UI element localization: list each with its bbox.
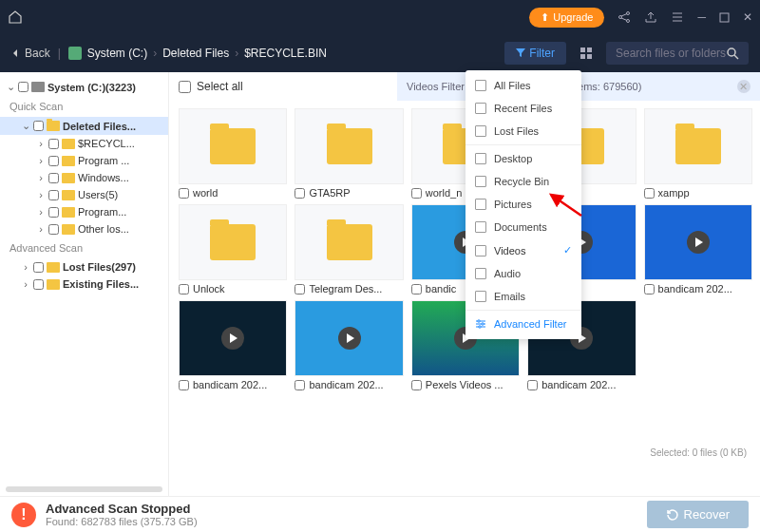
item-checkbox[interactable] [411,284,422,294]
item-checkbox[interactable] [179,380,189,390]
filter-button[interactable]: Filter [504,42,566,65]
dd-all-files[interactable]: All Files [466,74,581,97]
export-icon[interactable] [644,10,657,24]
file-item[interactable]: bandicam 202... [644,204,752,294]
dd-recycle[interactable]: Recycle Bin [466,170,581,193]
file-item[interactable]: bandicam 202... [294,300,403,390]
divider: | [58,47,61,60]
tree-item[interactable]: ›Program ... [0,152,168,169]
menu-icon[interactable] [671,10,684,24]
dd-lost[interactable]: Lost Files [466,120,581,142]
dd-desktop[interactable]: Desktop [466,147,581,170]
dd-documents[interactable]: Documents [466,216,581,238]
tree-existing[interactable]: ›Existing Files... [0,276,168,293]
breadcrumb[interactable]: System (C:)› Deleted Files› $RECYCLE.BIN [68,47,327,60]
tree-root[interactable]: ⌄System (C:)(3223) [0,78,168,96]
upgrade-button[interactable]: ⬆ Upgrade [529,8,604,28]
svg-rect-5 [587,48,592,52]
svg-point-10 [482,323,484,325]
svg-rect-4 [580,48,585,52]
item-label: Unlock [193,283,225,294]
item-label: bandicam 202... [193,379,267,390]
item-checkbox[interactable] [411,188,422,199]
dd-audio[interactable]: Audio [466,262,581,285]
search-input[interactable]: Search files or folders [606,42,749,65]
file-item[interactable]: bandicam 202... [179,300,287,390]
folder-icon [62,156,75,166]
item-label: world [193,187,218,199]
selection-info: Selected: 0 files (0 KB) [650,447,747,458]
tree-item[interactable]: ›$RECYCL... [0,135,168,152]
file-item[interactable]: Unlock [179,204,287,294]
item-checkbox[interactable] [644,284,655,294]
file-grid: worldGTA5RPworld_ne_endxamppUnlockTelegr… [169,101,760,496]
share-icon[interactable] [618,10,631,24]
status-info: Advanced Scan StoppedFound: 682783 files… [46,502,198,527]
item-label: bandicam 202... [309,379,383,390]
minimize-icon[interactable]: ─ [697,10,706,24]
dd-advanced-filter[interactable]: Advanced Filter [466,313,581,335]
folder-icon [210,128,256,164]
tree-deleted[interactable]: ⌄Deleted Files... [0,117,168,135]
sidebar: ⌄System (C:)(3223) Quick Scan ⌄Deleted F… [0,72,169,496]
tree-item[interactable]: ›Windows... [0,169,168,186]
item-label: bandic [426,283,456,294]
audio-icon [475,268,486,279]
file-item[interactable]: xampp [644,108,752,199]
banner-close-icon[interactable]: ✕ [737,80,750,93]
close-icon[interactable]: ✕ [743,10,752,24]
dd-emails[interactable]: Emails [466,285,581,308]
tree-item[interactable]: ›Program... [0,203,168,220]
home-icon[interactable] [8,10,23,25]
filter-dropdown: All Files Recent Files Lost Files Deskto… [466,70,581,339]
back-button[interactable]: Back [11,47,50,60]
item-label: Pexels Videos ... [426,379,504,390]
dd-pictures[interactable]: Pictures [466,193,581,216]
recent-icon [475,103,486,114]
section-quick: Quick Scan [0,96,168,117]
dd-recent[interactable]: Recent Files [466,97,581,120]
folder-icon [62,207,75,218]
videos-icon [475,245,486,256]
file-icon [475,80,486,91]
item-label: world_n [426,187,463,199]
item-checkbox[interactable] [294,284,305,294]
video-thumb [295,301,402,375]
video-thumb [645,205,751,279]
item-checkbox[interactable] [294,188,305,199]
file-item[interactable]: Telegram Des... [294,204,403,294]
dd-videos[interactable]: Videos✓ [466,238,581,262]
select-all-checkbox[interactable] [179,81,191,93]
item-label: bandicam 202... [658,283,732,294]
item-checkbox[interactable] [411,380,422,390]
item-label: bandicam 202... [542,379,616,390]
folder-icon [210,224,256,260]
item-checkbox[interactable] [527,380,538,390]
folder-icon [62,190,75,200]
item-checkbox[interactable] [179,284,189,294]
tree-lost[interactable]: ›Lost Files(297) [0,258,168,276]
scrollbar[interactable] [6,486,162,492]
item-checkbox[interactable] [644,188,655,199]
svg-rect-6 [580,54,585,59]
video-thumb [180,301,286,375]
lost-icon [475,125,486,137]
recycle-icon [475,176,486,187]
file-item[interactable]: world [179,108,287,199]
file-item[interactable]: GTA5RP [294,108,403,199]
item-label: xampp [658,187,690,199]
documents-icon [475,221,486,233]
svg-rect-7 [587,54,592,59]
svg-point-8 [728,48,735,56]
tree-item[interactable]: ›Users(5) [0,186,168,203]
item-checkbox[interactable] [179,188,189,199]
play-icon [338,327,361,350]
view-grid-icon[interactable] [574,43,598,64]
folder-icon [47,121,60,131]
drive-icon [31,82,45,92]
item-checkbox[interactable] [294,380,305,390]
tree-item[interactable]: ›Other los... [0,220,168,238]
maximize-icon[interactable] [719,12,730,23]
play-icon [687,231,710,254]
recover-button[interactable]: Recover [647,501,749,528]
